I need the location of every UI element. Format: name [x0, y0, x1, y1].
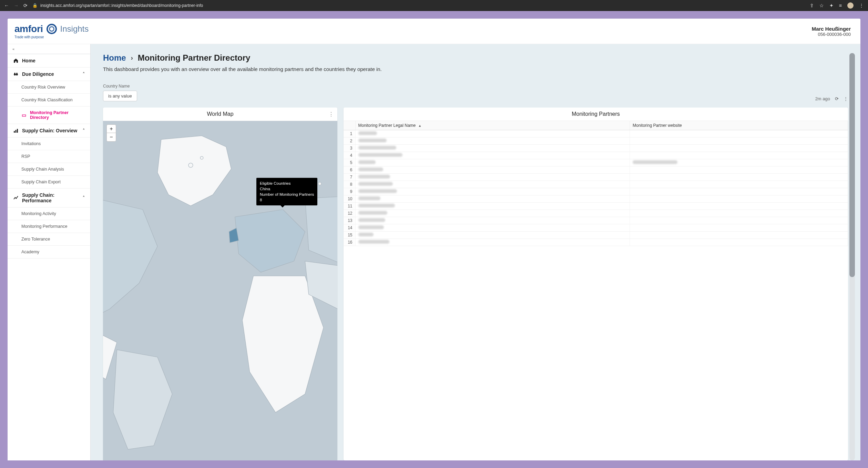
page-subtitle: This dashboard provides you with an over… [103, 66, 848, 72]
sidebar-section-sc-performance[interactable]: Supply Chain: Performance˄ [8, 189, 90, 207]
sidebar-item[interactable]: Country Risk Classification [8, 94, 90, 106]
map-menu-icon[interactable]: ⋮ [328, 111, 334, 118]
sidebar-item[interactable]: Invitations [8, 138, 90, 150]
svg-rect-1 [16, 130, 17, 133]
zoom-out-button[interactable]: − [107, 133, 116, 141]
row-number: 5 [344, 159, 355, 166]
row-number: 2 [344, 138, 355, 145]
table-row[interactable]: 16 [344, 239, 848, 246]
svg-rect-0 [14, 131, 15, 133]
sort-asc-icon: ▲ [418, 124, 422, 128]
kebab-icon[interactable]: ⋮ [859, 3, 864, 8]
cell-partner-name [355, 138, 630, 145]
user-block[interactable]: Marc Heußinger 056-000036-000 [812, 26, 851, 37]
table-row[interactable]: 7 [344, 174, 848, 181]
sidebar-item-label: Supply Chain Analysis [21, 167, 64, 172]
col-partner-name[interactable]: Monitoring Partner Legal Name ▲ [355, 121, 630, 130]
cell-partner-name [355, 217, 630, 224]
star-icon[interactable]: ☆ [819, 3, 824, 8]
sidebar-item[interactable]: ▭Monitoring Partner Directory [8, 106, 90, 124]
sidebar-section-label: Due Diligence [22, 71, 54, 77]
brand: amfori Insights [14, 23, 89, 34]
cell-partner-name [355, 174, 630, 181]
table-row[interactable]: 4 [344, 152, 848, 159]
breadcrumb-home[interactable]: Home [103, 53, 126, 63]
world-map-card: World Map ⋮ + − [103, 108, 337, 460]
refresh-icon[interactable]: ⟳ [835, 96, 839, 101]
profile-avatar[interactable] [847, 2, 854, 9]
sidebar-item-label: Supply Chain Export [21, 180, 61, 184]
cell-partner-website [630, 195, 848, 203]
sidebar-item[interactable]: Supply Chain Export [8, 176, 90, 189]
zoom-in-button[interactable]: + [107, 125, 116, 133]
sidebar-item[interactable]: Academy [8, 246, 90, 258]
sidebar-item[interactable]: Country Risk Overview [8, 81, 90, 94]
browser-chrome: ← → ⟳ 🔒 insights.acc.amfori.org/spartan/… [0, 0, 868, 11]
tooltip-line: Number of Monitoring Partners [260, 192, 314, 197]
sidebar-item[interactable]: Monitoring Activity [8, 207, 90, 220]
cell-partner-name [355, 166, 630, 174]
back-icon[interactable]: ← [4, 3, 9, 8]
tooltip-line: Eligible Countries [260, 181, 314, 186]
table-row[interactable]: 14 [344, 224, 848, 232]
cell-partner-name [355, 224, 630, 232]
row-number: 10 [344, 195, 355, 203]
options-icon[interactable]: ⋮ [844, 96, 848, 101]
chart-icon [13, 195, 19, 201]
sidebar-item-label: Monitoring Partner Directory [30, 110, 85, 120]
table-row[interactable]: 11 [344, 203, 848, 210]
table-row[interactable]: 2 [344, 138, 848, 145]
row-number: 7 [344, 174, 355, 181]
cell-partner-name [355, 188, 630, 195]
row-number: 1 [344, 130, 355, 138]
row-number: 16 [344, 239, 355, 246]
sidebar-section-due-diligence[interactable]: Due Diligence˄ [8, 68, 90, 81]
cell-partner-name [355, 130, 630, 138]
sidebar-item[interactable]: RSP [8, 150, 90, 163]
col-partner-website[interactable]: Monitoring Partner website [630, 121, 848, 130]
sidebar-collapse[interactable]: « [8, 44, 90, 54]
sidebar-item[interactable]: Zero Tolerance [8, 233, 90, 246]
table-row[interactable]: 3 [344, 145, 848, 152]
readlist-icon[interactable]: ≡ [839, 3, 842, 8]
table-row[interactable]: 10 [344, 195, 848, 203]
svg-point-4 [200, 156, 203, 160]
lock-icon: 🔒 [32, 3, 38, 8]
sidebar-section-label: Supply Chain: Overview [22, 128, 77, 133]
brand-product: Insights [60, 24, 89, 34]
table-row[interactable]: 6 [344, 166, 848, 174]
table-row[interactable]: 13 [344, 217, 848, 224]
table-row[interactable]: 15 [344, 232, 848, 239]
cell-partner-website [630, 174, 848, 181]
sidebar-item-home[interactable]: Home [8, 54, 90, 68]
row-number: 3 [344, 145, 355, 152]
table-row[interactable]: 8 [344, 181, 848, 188]
table-row[interactable]: 9 [344, 188, 848, 195]
world-map[interactable]: + − [103, 121, 337, 460]
sidebar-section-sc-overview[interactable]: Supply Chain: Overview˄ [8, 124, 90, 138]
main-scrollbar[interactable] [849, 53, 855, 460]
table-row[interactable]: 1 [344, 130, 848, 138]
forward-icon[interactable]: → [14, 3, 19, 8]
filter-chip[interactable]: is any value [103, 91, 137, 101]
table-row[interactable]: 12 [344, 210, 848, 217]
status-time: 2m ago [815, 96, 830, 101]
brand-tagline: Trade with purpose [14, 35, 89, 39]
col-rownum[interactable] [344, 121, 355, 130]
cell-partner-website [630, 166, 848, 174]
row-number: 4 [344, 152, 355, 159]
sidebar-item[interactable]: Supply Chain Analysis [8, 163, 90, 176]
table-row[interactable]: 5 [344, 159, 848, 166]
address-bar[interactable]: insights.acc.amfori.org/spartan/amfori::… [40, 3, 203, 8]
puzzle-icon[interactable]: ✦ [829, 3, 834, 8]
tooltip-line: 8 [260, 197, 314, 203]
cell-partner-website [630, 145, 848, 152]
partners-table-wrap[interactable]: Monitoring Partner Legal Name ▲ Monitori… [344, 121, 848, 460]
row-number: 15 [344, 232, 355, 239]
reload-icon[interactable]: ⟳ [23, 3, 28, 8]
chevron-up-icon: ˄ [83, 128, 85, 133]
home-icon [13, 58, 19, 63]
cell-partner-website [630, 217, 848, 224]
share-icon[interactable]: ⇪ [810, 3, 814, 8]
sidebar-item[interactable]: Monitoring Performance [8, 220, 90, 233]
